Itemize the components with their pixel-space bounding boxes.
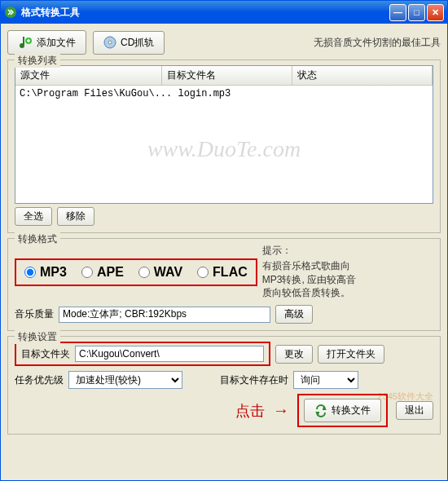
col-source[interactable]: 源文件: [15, 66, 162, 86]
convert-list-fieldset: 转换列表 源文件 目标文件名 状态 C:\Program Files\KuGou…: [7, 60, 441, 233]
dest-input[interactable]: [75, 346, 264, 362]
radio-ape[interactable]: APE: [81, 265, 124, 280]
window-title: 格式转换工具: [21, 6, 389, 20]
dest-label: 目标文件夹: [21, 347, 70, 361]
open-folder-button[interactable]: 打开文件夹: [318, 345, 384, 364]
col-status[interactable]: 状态: [292, 66, 433, 86]
radio-flac[interactable]: FLAC: [197, 265, 248, 280]
format-hint: 提示： 有损音乐格式歌曲向MP3转换, 应由较高音质向较低音质转换。: [262, 244, 360, 300]
select-all-button[interactable]: 全选: [15, 207, 52, 226]
radio-wav[interactable]: WAV: [138, 265, 182, 280]
priority-label: 任务优先级: [15, 373, 64, 387]
format-radios: MP3 APE WAV FLAC: [15, 258, 257, 286]
titlebar: 格式转换工具 — □ ✕: [1, 1, 447, 24]
music-add-icon: [18, 35, 33, 50]
format-legend: 转换格式: [15, 232, 60, 246]
settings-fieldset: 转换设置 目标文件夹 更改 打开文件夹 任务优先级 加速处理(较快) 目标文件存…: [7, 336, 441, 435]
advanced-button[interactable]: 高级: [275, 305, 313, 324]
arrow-icon: →: [273, 401, 289, 420]
conflict-select[interactable]: 询问: [293, 371, 358, 389]
minimize-button[interactable]: —: [389, 4, 406, 21]
watermark-text: www.DuoTe.com: [147, 136, 301, 162]
add-files-label: 添加文件: [37, 36, 76, 50]
app-icon: [4, 6, 17, 19]
cd-grab-label: CD抓轨: [121, 36, 154, 50]
convert-list-legend: 转换列表: [15, 54, 60, 68]
quality-input[interactable]: [59, 307, 270, 323]
radio-ape-input[interactable]: [81, 267, 93, 278]
col-target[interactable]: 目标文件名: [162, 66, 292, 86]
radio-mp3[interactable]: MP3: [24, 265, 67, 280]
quality-label: 音乐质量: [15, 307, 54, 321]
dest-folder-box: 目标文件夹: [15, 342, 270, 366]
conflict-label: 目标文件存在时: [220, 373, 288, 387]
convert-icon: [314, 404, 327, 417]
annotation-text: 点击: [235, 401, 265, 421]
app-window: 格式转换工具 — □ ✕ 添加文件 CD抓轨 无损音质文件切割的最佳工具: [0, 0, 448, 481]
radio-flac-input[interactable]: [197, 267, 209, 278]
file-list[interactable]: 源文件 目标文件名 状态 C:\Program Files\KuGou\... …: [15, 65, 433, 204]
svg-point-5: [108, 41, 112, 44]
radio-wav-input[interactable]: [138, 267, 150, 278]
hint-title: 提示：: [262, 244, 360, 258]
format-fieldset: 转换格式 MP3 APE WAV FLAC 提示： 有损音乐格式歌曲向MP3转换…: [7, 238, 441, 331]
slogan-text: 无损音质文件切割的最佳工具: [314, 36, 441, 50]
maximize-button[interactable]: □: [408, 4, 425, 21]
convert-label: 转换文件: [332, 404, 371, 417]
svg-point-2: [20, 43, 24, 48]
list-rows[interactable]: C:\Program Files\KuGou\... login.mp3 www…: [15, 86, 433, 203]
convert-highlight-box: 转换文件: [297, 394, 388, 427]
close-button[interactable]: ✕: [427, 4, 444, 21]
remove-button[interactable]: 移除: [57, 207, 94, 226]
convert-button[interactable]: 转换文件: [304, 399, 381, 422]
radio-mp3-input[interactable]: [24, 267, 36, 278]
list-row[interactable]: C:\Program Files\KuGou\... login.mp3: [20, 88, 428, 99]
list-header: 源文件 目标文件名 状态: [15, 66, 433, 86]
settings-legend: 转换设置: [15, 330, 60, 344]
change-button[interactable]: 更改: [275, 345, 313, 364]
priority-select[interactable]: 加速处理(较快): [68, 371, 182, 389]
hint-body: 有损音乐格式歌曲向MP3转换, 应由较高音质向较低音质转换。: [262, 260, 356, 299]
cd-grab-button[interactable]: CD抓轨: [93, 31, 165, 55]
cd-icon: [103, 36, 116, 49]
exit-button[interactable]: 退出: [396, 401, 433, 420]
add-files-button[interactable]: 添加文件: [7, 30, 86, 55]
